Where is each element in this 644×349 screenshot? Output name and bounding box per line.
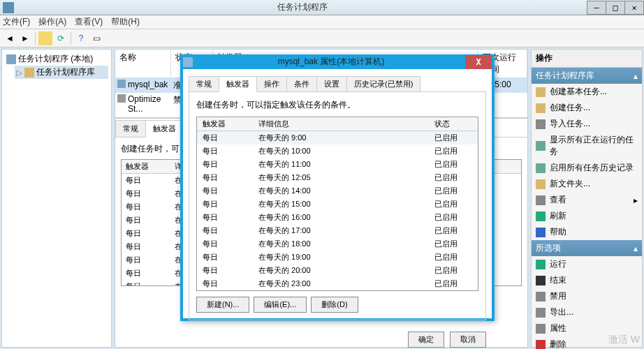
dlg-tab-history[interactable]: 历史记录(已禁用): [346, 76, 420, 91]
task-icon: [117, 94, 126, 103]
collapse-icon[interactable]: ▴: [634, 71, 638, 81]
menubar: 文件(F) 操作(A) 查看(V) 帮助(H): [0, 15, 644, 29]
toolbar: ◄ ► ⟳ ? ▭: [0, 29, 644, 47]
action-item[interactable]: 启用所有任务历史记录: [532, 160, 642, 176]
maximize-button[interactable]: □: [606, 1, 625, 15]
ok-button[interactable]: 确定: [408, 332, 444, 348]
action-item[interactable]: 刷新: [532, 208, 642, 224]
folder-icon: [24, 68, 34, 77]
action-icon[interactable]: [38, 31, 52, 45]
cancel-button[interactable]: 取消: [450, 332, 486, 348]
task-icon: [117, 80, 126, 88]
refresh-icon[interactable]: ⟳: [54, 31, 68, 45]
action-item[interactable]: 禁用: [532, 288, 642, 304]
tab-general[interactable]: 常规: [115, 120, 146, 137]
dialog-tabs: 常规 触发器 操作 条件 设置 历史记录(已禁用): [189, 75, 486, 92]
action-item[interactable]: 运行: [532, 256, 642, 272]
action-icon: [536, 179, 546, 189]
dcol-trigger[interactable]: 触发器: [197, 117, 253, 131]
action-icon: [536, 308, 546, 318]
dialog-title: mysql_bak 属性(本地计算机): [211, 54, 451, 69]
action-item[interactable]: 导出...: [532, 304, 642, 320]
dialog-trigger-row[interactable]: 每日在每天的 19:00已启用: [197, 251, 478, 264]
action-item[interactable]: 显示所有正在运行的任务: [532, 132, 642, 160]
action-item[interactable]: 创建任务...: [532, 100, 642, 116]
action-icon: [536, 276, 546, 285]
action-item[interactable]: 创建基本任务...: [532, 84, 642, 100]
window-title-bar: 任务计划程序 — □ ✕: [0, 0, 644, 15]
dialog-desc: 创建任务时，可以指定触发该任务的条件。: [196, 99, 478, 111]
properties-dialog: mysql_bak 属性(本地计算机) X 常规 触发器 操作 条件 设置 历史…: [180, 54, 495, 321]
dialog-trigger-row[interactable]: 每日在每天的 11:00已启用: [197, 158, 478, 171]
action-item[interactable]: 导入任务...: [532, 116, 642, 132]
panel-icon[interactable]: ▭: [89, 31, 103, 45]
action-item[interactable]: 结束: [532, 272, 642, 288]
dialog-trigger-row[interactable]: 每日在每天的 12:05已启用: [197, 171, 478, 184]
dialog-trigger-row[interactable]: 每日在每天的 14:00已启用: [197, 184, 478, 198]
dialog-trigger-row[interactable]: 每日在每天的 17:00已启用: [197, 224, 478, 237]
close-button[interactable]: ✕: [624, 1, 644, 15]
delete-button[interactable]: 删除(D): [311, 297, 358, 313]
action-icon: [536, 141, 546, 151]
dialog-trigger-row[interactable]: 每日在每天的 16:00已启用: [197, 211, 478, 224]
action-item[interactable]: 新文件夹...: [532, 176, 642, 192]
dialog-trigger-row[interactable]: 每日在每天的 10:00已启用: [197, 144, 478, 158]
expand-icon[interactable]: ▷: [16, 68, 22, 77]
action-icon: [536, 211, 546, 221]
action-icon: [536, 340, 546, 350]
action-icon: [536, 260, 546, 269]
dlg-tab-general[interactable]: 常规: [189, 76, 219, 91]
collapse-icon[interactable]: ▴: [634, 244, 638, 253]
dlg-tab-triggers[interactable]: 触发器: [219, 76, 257, 92]
menu-file[interactable]: 文件(F): [3, 16, 30, 28]
dlg-tab-actions[interactable]: 操作: [256, 76, 287, 91]
action-icon: [536, 292, 546, 302]
menu-action[interactable]: 操作(A): [38, 16, 66, 28]
col-name[interactable]: 名称: [115, 50, 171, 77]
dialog-title-bar: mysql_bak 属性(本地计算机) X: [180, 54, 495, 69]
dlg-tab-conditions[interactable]: 条件: [286, 76, 317, 91]
menu-help[interactable]: 帮助(H): [111, 16, 140, 28]
dialog-trigger-row[interactable]: 每日在每天的 20:00已启用: [197, 264, 478, 277]
action-item[interactable]: 查看▸: [532, 192, 642, 208]
dialog-trigger-row[interactable]: 每日在每天的 15:00已启用: [197, 198, 478, 211]
back-icon[interactable]: ◄: [3, 31, 17, 45]
forward-icon[interactable]: ►: [18, 31, 32, 45]
actions-panel: 操作 任务计划程序库▴ 创建基本任务...创建任务...导入任务...显示所有正…: [531, 49, 643, 348]
dialog-icon: [183, 57, 193, 67]
action-icon: [536, 163, 546, 173]
edit-button[interactable]: 编辑(E)...: [254, 297, 307, 313]
watermark: 激活 W: [608, 334, 640, 346]
tree-root-label: 任务计划程序 (本地): [18, 53, 93, 65]
dialog-trigger-row[interactable]: 每日在每天的 18:00已启用: [197, 237, 478, 251]
help-icon[interactable]: ?: [74, 31, 88, 45]
app-icon: [3, 2, 14, 13]
action-icon: [536, 87, 546, 97]
tab-triggers[interactable]: 触发器: [145, 120, 184, 138]
tree-root[interactable]: 任务计划程序 (本地): [5, 52, 108, 66]
tree-library[interactable]: ▷ 任务计划程序库: [15, 66, 108, 79]
action-item[interactable]: 帮助: [532, 224, 642, 240]
dcol-state[interactable]: 状态: [429, 117, 478, 131]
tree-library-label: 任务计划程序库: [36, 66, 95, 78]
actions-title: 操作: [532, 50, 642, 68]
tree-panel: 任务计划程序 (本地) ▷ 任务计划程序库: [1, 49, 112, 348]
actions-section-selected[interactable]: 所选项▴: [532, 240, 642, 256]
dlg-tab-settings[interactable]: 设置: [316, 76, 347, 91]
action-icon: [536, 228, 546, 237]
bcol-trigger[interactable]: 触发器: [122, 160, 170, 173]
dcol-detail[interactable]: 详细信息: [253, 117, 429, 131]
dialog-close-button[interactable]: X: [465, 55, 492, 69]
action-icon: [536, 324, 546, 334]
clock-icon: [6, 54, 16, 64]
menu-view[interactable]: 查看(V): [75, 16, 103, 28]
window-title: 任务计划程序: [17, 1, 587, 13]
dialog-trigger-row[interactable]: 每日在每天的 9:00已启用: [197, 131, 478, 144]
action-icon: [536, 103, 546, 113]
actions-section-library[interactable]: 任务计划程序库▴: [532, 68, 642, 84]
new-button[interactable]: 新建(N)...: [196, 297, 249, 313]
dialog-trigger-row[interactable]: 每日在每天的 23:00已启用: [197, 277, 478, 290]
action-icon: [536, 119, 546, 129]
action-icon: [536, 195, 546, 205]
minimize-button[interactable]: —: [587, 1, 606, 15]
